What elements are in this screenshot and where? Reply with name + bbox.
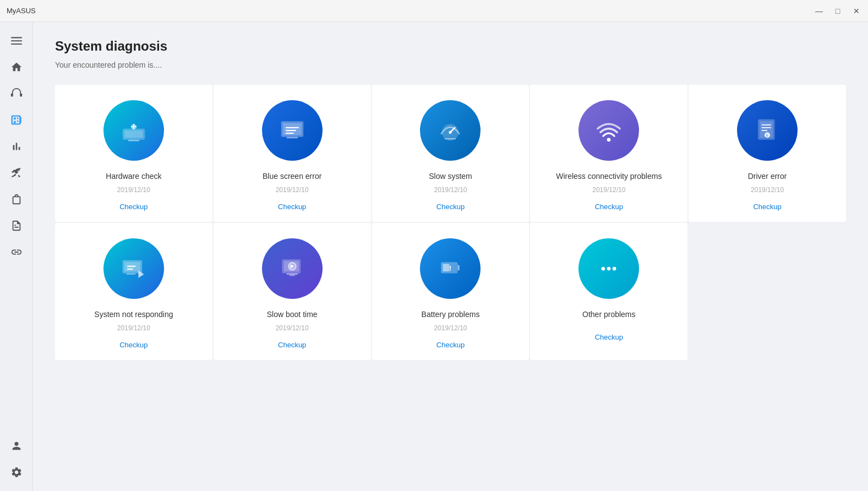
svg-rect-36 <box>290 275 295 276</box>
card-grid-row2: System not responding 2019/12/10 Checkup… <box>55 223 846 360</box>
hardware-check-checkup[interactable]: Checkup <box>119 203 148 211</box>
svg-rect-35 <box>287 273 298 275</box>
battery-date: 2019/12/10 <box>434 324 467 332</box>
wireless-name: Wireless connectivity problems <box>556 172 662 181</box>
svg-rect-8 <box>128 140 139 141</box>
rocket-icon[interactable] <box>6 162 28 184</box>
card-slow-boot[interactable]: Slow boot time 2019/12/10 Checkup <box>214 223 371 360</box>
battery-checkup[interactable]: Checkup <box>436 341 465 349</box>
battery-icon: ! <box>420 238 481 299</box>
slow-system-checkup[interactable]: Checkup <box>436 203 465 211</box>
not-responding-checkup[interactable]: Checkup <box>119 341 148 349</box>
driver-error-date: 2019/12/10 <box>751 186 784 194</box>
svg-rect-4 <box>20 94 22 97</box>
svg-text:!: ! <box>766 134 767 138</box>
not-responding-date: 2019/12/10 <box>117 324 150 332</box>
app-body: System diagnosis Your encountered proble… <box>0 22 868 491</box>
app-title: MyASUS <box>7 7 814 15</box>
close-button[interactable]: ✕ <box>851 6 861 16</box>
hardware-check-icon <box>103 100 164 161</box>
slow-system-icon <box>420 100 481 161</box>
not-responding-icon <box>103 238 164 299</box>
card-grid-row1: Hardware check 2019/12/10 Checkup Blue s… <box>55 85 846 222</box>
chart-icon[interactable] <box>6 135 28 157</box>
driver-error-icon: ! <box>737 100 798 161</box>
svg-point-17 <box>449 131 452 134</box>
svg-rect-0 <box>11 37 22 38</box>
home-icon[interactable] <box>6 56 28 78</box>
menu-icon[interactable] <box>6 30 28 52</box>
other-problems-icon <box>578 238 639 299</box>
sidebar <box>0 22 33 491</box>
card-blue-screen[interactable]: Blue screen error 2019/12/10 Checkup <box>214 85 371 222</box>
card-driver-error[interactable]: ! Driver error 2019/12/10 Checkup <box>689 85 846 222</box>
settings-icon[interactable] <box>6 461 28 483</box>
page-subtitle: Your encountered problem is.... <box>55 61 846 69</box>
svg-point-43 <box>613 267 616 271</box>
card-battery[interactable]: ! Battery problems 2019/12/10 Checkup <box>372 223 529 360</box>
svg-rect-6 <box>124 130 143 138</box>
card-wireless[interactable]: Wireless connectivity problems 2019/12/1… <box>530 85 687 222</box>
driver-error-checkup[interactable]: Checkup <box>753 203 781 211</box>
card-hardware-check[interactable]: Hardware check 2019/12/10 Checkup <box>55 85 212 222</box>
svg-rect-31 <box>126 273 135 275</box>
link-icon[interactable] <box>6 241 28 263</box>
main-content: System diagnosis Your encountered proble… <box>33 22 868 491</box>
svg-point-42 <box>607 267 611 271</box>
blue-screen-icon <box>262 100 323 161</box>
svg-rect-1 <box>11 40 22 41</box>
svg-point-19 <box>607 138 611 142</box>
svg-text:!: ! <box>449 264 452 272</box>
card-slow-system[interactable]: Slow system 2019/12/10 Checkup <box>372 85 529 222</box>
doc-icon[interactable] <box>6 215 28 237</box>
wireless-date: 2019/12/10 <box>592 186 625 194</box>
blue-screen-checkup[interactable]: Checkup <box>278 203 306 211</box>
svg-rect-39 <box>458 265 460 270</box>
svg-point-41 <box>602 267 605 271</box>
hardware-check-name: Hardware check <box>106 172 161 181</box>
diagnosis-icon[interactable] <box>6 109 28 131</box>
slow-boot-icon <box>262 238 323 299</box>
svg-rect-2 <box>11 43 22 45</box>
wireless-icon <box>578 100 639 161</box>
card-empty <box>689 223 846 360</box>
maximize-button[interactable]: □ <box>833 6 843 16</box>
bag-icon[interactable] <box>6 188 28 210</box>
page-title: System diagnosis <box>55 39 846 54</box>
svg-rect-38 <box>443 264 450 272</box>
blue-screen-name: Blue screen error <box>263 172 321 181</box>
card-not-responding[interactable]: System not responding 2019/12/10 Checkup <box>55 223 212 360</box>
other-problems-name: Other problems <box>582 310 635 319</box>
driver-error-name: Driver error <box>748 172 787 181</box>
titlebar: MyASUS — □ ✕ <box>0 0 868 22</box>
slow-boot-name: Slow boot time <box>267 310 318 319</box>
not-responding-name: System not responding <box>94 310 173 319</box>
headset-icon[interactable] <box>6 83 28 105</box>
svg-rect-11 <box>287 137 298 139</box>
minimize-button[interactable]: — <box>814 6 824 16</box>
other-problems-checkup[interactable]: Checkup <box>595 333 623 341</box>
blue-screen-date: 2019/12/10 <box>276 186 309 194</box>
card-other-problems[interactable]: Other problems Checkup <box>530 223 687 360</box>
svg-rect-3 <box>10 94 13 97</box>
wireless-checkup[interactable]: Checkup <box>595 203 623 211</box>
user-icon[interactable] <box>6 435 28 457</box>
battery-name: Battery problems <box>422 310 480 319</box>
slow-boot-date: 2019/12/10 <box>276 324 309 332</box>
window-controls: — □ ✕ <box>814 6 861 16</box>
slow-system-name: Slow system <box>429 172 472 181</box>
hardware-check-date: 2019/12/10 <box>117 186 150 194</box>
slow-boot-checkup[interactable]: Checkup <box>278 341 306 349</box>
slow-system-date: 2019/12/10 <box>434 186 467 194</box>
